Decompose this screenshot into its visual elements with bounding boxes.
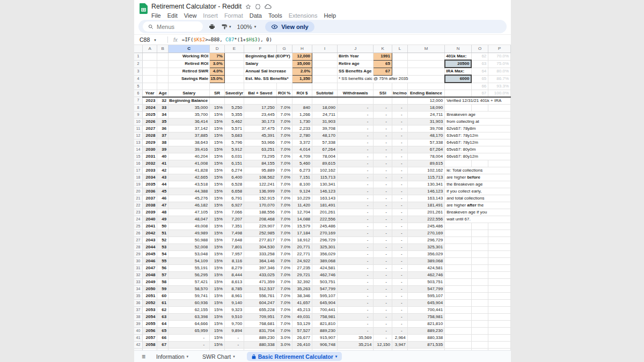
cell[interactable]: 2048 (142, 271, 157, 278)
cell[interactable]: 42,665 (169, 174, 210, 181)
cell[interactable]: 821,810 (407, 320, 444, 327)
cell[interactable]: 59,741 (169, 292, 210, 299)
cell[interactable]: 63 (157, 313, 169, 320)
cell[interactable]: - (337, 320, 374, 327)
cell[interactable]: 304,530 (244, 243, 276, 250)
cell[interactable] (392, 53, 408, 61)
cell[interactable]: - (337, 292, 374, 299)
cell[interactable]: 9,323 (224, 306, 244, 313)
cell[interactable] (445, 237, 472, 243)
cell[interactable]: 7.0% (276, 125, 292, 132)
cell[interactable]: 15% (210, 230, 225, 237)
cell[interactable]: - (337, 153, 374, 160)
cell[interactable]: - (337, 209, 374, 216)
cell[interactable]: 130,341 (407, 181, 444, 188)
cell[interactable] (445, 334, 472, 341)
column-header-N[interactable]: N (445, 45, 472, 53)
menu-item-edit[interactable]: Edit (167, 12, 178, 19)
cell[interactable]: 39,416 (169, 146, 210, 153)
row-header[interactable]: 30 (134, 257, 142, 264)
cell[interactable]: 831,704 (244, 327, 276, 334)
cell[interactable]: 41,008 (169, 160, 210, 167)
cell[interactable]: 7.0% (276, 285, 292, 292)
row-header[interactable]: 3 (134, 68, 142, 75)
cell[interactable]: - (337, 125, 374, 132)
cell[interactable]: - (374, 160, 392, 167)
cell[interactable] (337, 83, 374, 90)
cell[interactable]: - (337, 313, 374, 320)
row-header[interactable]: 36 (134, 299, 142, 306)
cell[interactable] (488, 223, 511, 230)
cell[interactable]: 17,184 (292, 230, 312, 237)
cell[interactable]: - (374, 230, 392, 237)
cell[interactable]: 38,643 (169, 139, 210, 146)
cell[interactable]: 15% (210, 223, 225, 230)
cell[interactable]: - (374, 327, 392, 334)
cell[interactable]: Est. Mo. SS Benefits* (244, 75, 292, 83)
cell[interactable]: - (337, 181, 374, 188)
paint-format-icon[interactable]: ▾ (221, 24, 231, 30)
cell[interactable] (445, 320, 472, 327)
cell[interactable]: - (392, 174, 408, 181)
cell[interactable]: 15% (210, 327, 225, 334)
cell[interactable]: 32,392 (292, 278, 312, 285)
cell[interactable]: 67,264 (407, 146, 444, 153)
cell[interactable]: - (337, 257, 374, 264)
row-header[interactable]: 29 (134, 250, 142, 257)
cell[interactable]: 37 (157, 132, 169, 139)
row-header[interactable]: 42 (134, 341, 142, 348)
cell[interactable]: 2038 (142, 202, 157, 209)
cell[interactable]: 37,885 (169, 132, 210, 139)
cell[interactable]: 401k Max: (445, 53, 472, 61)
cell[interactable]: 15% (210, 125, 225, 132)
cell[interactable]: 39 (157, 146, 169, 153)
cell[interactable]: 2025 (142, 111, 157, 118)
cell[interactable]: 24,922 (292, 257, 312, 264)
document-title[interactable]: Retirement Calculator - Reddit (151, 3, 241, 10)
cell[interactable]: 38 (157, 139, 169, 146)
cell[interactable]: Subtotal (312, 90, 338, 97)
cell[interactable]: - (337, 230, 374, 237)
cell[interactable]: - (374, 299, 392, 306)
cell[interactable] (471, 313, 488, 320)
cell[interactable]: 12,000 (292, 53, 312, 61)
cell[interactable]: - (337, 132, 374, 139)
row-header[interactable]: 32 (134, 271, 142, 278)
cell[interactable]: 31,903 (407, 118, 444, 125)
row-header[interactable]: 15 (134, 153, 142, 160)
cell[interactable]: 65 (374, 60, 392, 68)
cell[interactable]: 7.0% (276, 243, 292, 250)
note-cell[interactable]: Breakeven age if you (445, 209, 511, 216)
cell[interactable] (471, 257, 488, 264)
menu-item-view[interactable]: View (184, 12, 197, 19)
cell[interactable] (224, 83, 244, 90)
cell[interactable] (471, 292, 488, 299)
note-cell[interactable]: from collecting at (445, 118, 511, 125)
cell[interactable] (312, 83, 338, 90)
cell[interactable]: 49,031 (292, 313, 312, 320)
cell[interactable]: 78,004 (312, 153, 338, 160)
cell[interactable]: 15% (210, 257, 225, 264)
cell[interactable]: 8,961 (224, 292, 244, 299)
cell[interactable]: 7,207 (224, 216, 244, 223)
row-header[interactable]: 26 (134, 230, 142, 237)
column-header-I[interactable]: I (312, 45, 338, 53)
cell[interactable]: - (392, 243, 408, 250)
row-header[interactable]: 5 (134, 83, 142, 90)
cell[interactable]: - (374, 285, 392, 292)
column-header-G[interactable]: G (276, 45, 292, 53)
cell[interactable]: SSI (374, 90, 392, 97)
cell[interactable]: 296,729 (312, 237, 338, 243)
menu-item-file[interactable]: File (151, 12, 161, 19)
cell[interactable] (471, 306, 488, 313)
note-cell[interactable]: Verified 12/31/21 401k + IRA (445, 97, 511, 105)
cell[interactable] (471, 104, 488, 111)
cell[interactable]: 229,907 (244, 223, 276, 230)
cell[interactable]: 7.0% (276, 257, 292, 264)
cell[interactable]: - (337, 306, 374, 313)
cell[interactable]: 2039 (142, 209, 157, 216)
cell[interactable]: 821,810 (312, 320, 338, 327)
cell[interactable]: 35,214 (337, 341, 374, 348)
cell[interactable] (392, 97, 408, 105)
cell[interactable]: 645,904 (407, 299, 444, 306)
